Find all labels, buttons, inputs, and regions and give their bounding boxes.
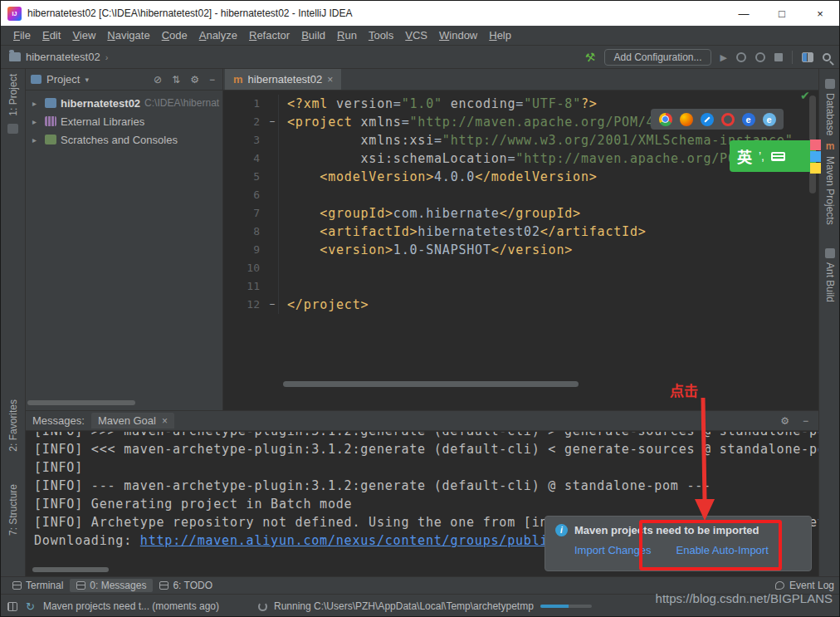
close-button[interactable]: × xyxy=(801,1,839,26)
menu-item-edit[interactable]: Edit xyxy=(37,27,66,43)
code-token: xmlns xyxy=(360,115,401,130)
chrome-icon[interactable] xyxy=(659,113,672,126)
project-panel-hscrollbar[interactable] xyxy=(27,400,135,405)
wrench-icon[interactable]: ⚒ xyxy=(584,50,597,65)
maven-goal-tab-label: Maven Goal xyxy=(98,414,156,427)
project-view-selector[interactable]: Project xyxy=(46,73,80,86)
code-token: com.hibernate xyxy=(393,206,500,221)
fold-marker[interactable]: − xyxy=(266,296,278,314)
stop-button[interactable] xyxy=(774,53,783,61)
breadcrumb-project-name[interactable]: hibernatetest02 xyxy=(26,51,100,63)
tool-button-favorites[interactable]: 2: Favorites xyxy=(7,399,19,452)
breadcrumb[interactable]: hibernatetest02 › xyxy=(1,51,108,63)
tool-window-button-terminal[interactable]: Terminal xyxy=(6,579,70,592)
ie-icon[interactable]: e xyxy=(763,113,776,126)
console-hscrollbar[interactable] xyxy=(32,567,109,572)
maven-goal-tab[interactable]: Maven Goal × xyxy=(91,413,174,428)
code-token: 4.0.0 xyxy=(434,169,475,184)
edge-icon[interactable]: e xyxy=(742,113,755,126)
chevron-right-icon[interactable]: ▸ xyxy=(32,99,41,108)
tool-window-button-6-todo[interactable]: 6: TODO xyxy=(153,579,219,592)
tree-item-label: Scratches and Consoles xyxy=(61,134,178,146)
editor-tab-bar: m hibernatetest02 × xyxy=(223,69,818,91)
gear-icon[interactable]: ⚙ xyxy=(188,74,202,86)
locate-file-icon[interactable]: ⊘ xyxy=(151,74,164,86)
gear-icon[interactable]: ⚙ xyxy=(777,415,793,427)
add-configuration-button[interactable]: Add Configuration... xyxy=(604,49,711,66)
event-log-button[interactable]: Event Log xyxy=(789,580,834,591)
minimize-button[interactable]: — xyxy=(725,1,763,26)
tool-window-switcher-icon[interactable] xyxy=(7,602,17,611)
tool-window-button-0-messages[interactable]: 0: Messages xyxy=(70,579,153,592)
inspection-ok-icon[interactable]: ✔ xyxy=(800,89,810,102)
profiler-button[interactable] xyxy=(736,52,746,62)
close-tab-icon[interactable]: × xyxy=(327,74,333,86)
maximize-button[interactable]: □ xyxy=(763,1,801,26)
maven-status-text[interactable]: Maven projects need t... (moments ago) xyxy=(43,600,219,612)
tool-window-button-label: 6: TODO xyxy=(173,580,212,591)
tree-item-libraries[interactable]: ▸External Libraries xyxy=(26,112,222,130)
code-line: 8 <artifactId>hibernatetest02</artifactI… xyxy=(223,223,818,241)
console-link[interactable]: http://maven.aliyun.com/nexus/content/gr… xyxy=(140,533,556,548)
hide-panel-icon[interactable]: − xyxy=(207,74,217,86)
chevron-right-icon[interactable]: ▸ xyxy=(32,117,41,126)
tool-button-structure[interactable]: 7: Structure xyxy=(7,484,19,536)
tool-button-maven-label: Maven Projects xyxy=(824,156,836,225)
intellij-window: IJ hibernatetest02 [C:\IDEA\hibernatetes… xyxy=(0,0,840,617)
tool-button-maven-projects[interactable]: mMaven Projects xyxy=(824,140,836,225)
coverage-button[interactable] xyxy=(755,52,765,62)
editor-tab-hibernatetest02[interactable]: m hibernatetest02 × xyxy=(225,69,341,90)
code-token: "1.0" xyxy=(402,96,442,111)
firefox-icon[interactable] xyxy=(680,113,693,126)
menu-item-build[interactable]: Build xyxy=(295,27,331,43)
search-icon[interactable] xyxy=(823,53,831,61)
opera-icon[interactable] xyxy=(721,113,735,126)
menu-item-tools[interactable]: Tools xyxy=(363,27,399,43)
keyboard-icon xyxy=(771,152,785,161)
fold-marker xyxy=(266,204,278,223)
tool-button-ant-build[interactable]: Ant Build xyxy=(824,248,836,302)
code-text: </project> xyxy=(278,296,369,314)
menu-item-refactor[interactable]: Refactor xyxy=(243,27,295,43)
code-line: 9 <version>1.0-SNAPSHOT</version> xyxy=(223,241,818,259)
event-log-area: Event Log xyxy=(775,580,834,591)
menu-item-analyze[interactable]: Analyze xyxy=(193,27,243,43)
tool-window-button-label: Terminal xyxy=(26,580,63,591)
tool-button-ant-label: Ant Build xyxy=(824,262,836,302)
mark-blue xyxy=(810,151,821,162)
maven-refresh-icon[interactable]: ↻ xyxy=(26,600,35,613)
ime-indicator[interactable]: 英 ’, xyxy=(730,140,816,172)
menu-item-window[interactable]: Window xyxy=(433,27,483,43)
expand-collapse-icon[interactable]: ⇅ xyxy=(169,74,183,86)
menu-item-help[interactable]: Help xyxy=(483,27,517,43)
hide-panel-icon[interactable]: − xyxy=(799,415,812,427)
project-structure-icon[interactable] xyxy=(802,52,813,62)
tree-item-scratches[interactable]: ▸Scratches and Consoles xyxy=(26,130,222,149)
chevron-right-icon[interactable]: ▸ xyxy=(32,135,41,144)
fold-marker[interactable]: − xyxy=(266,113,278,131)
close-tab-icon[interactable]: × xyxy=(162,415,168,427)
tool-stripe-icon[interactable] xyxy=(7,124,18,134)
run-button[interactable]: ▶ xyxy=(720,52,727,63)
menu-item-view[interactable]: View xyxy=(66,27,101,43)
code-token: </groupId> xyxy=(500,206,581,221)
tool-button-database[interactable]: Database xyxy=(824,79,836,135)
editor-hscrollbar[interactable] xyxy=(283,381,579,387)
database-icon xyxy=(825,79,835,89)
tool-button-project[interactable]: 1: Project xyxy=(7,74,19,116)
menu-item-run[interactable]: Run xyxy=(331,27,363,43)
tree-item-folder[interactable]: ▸hibernatetest02C:\IDEA\hibernat xyxy=(26,94,222,112)
annotation-arrow xyxy=(686,394,723,524)
code-token: hibernatetest02 xyxy=(418,224,540,239)
libraries-icon xyxy=(45,116,56,126)
tool-button-database-label: Database xyxy=(824,93,836,135)
menu-item-vcs[interactable]: VCS xyxy=(399,27,433,43)
code-token xyxy=(287,133,360,148)
menu-item-code[interactable]: Code xyxy=(156,27,193,43)
menu-item-file[interactable]: File xyxy=(7,27,37,43)
safari-icon[interactable] xyxy=(701,113,714,126)
code-area[interactable]: 1<?xml version="1.0" encoding="UTF-8"?>2… xyxy=(223,91,818,410)
code-token: ?> xyxy=(581,96,598,111)
menu-item-navigate[interactable]: Navigate xyxy=(101,27,155,43)
line-number: 4 xyxy=(223,149,266,168)
